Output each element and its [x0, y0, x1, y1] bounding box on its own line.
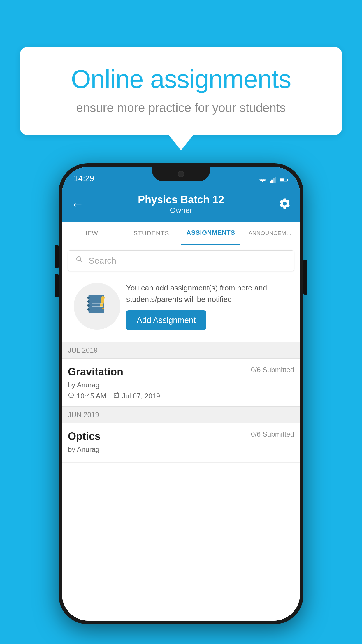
signal-icon [270, 177, 277, 183]
tab-assignments[interactable]: ASSIGNMENTS [181, 222, 240, 245]
svg-rect-4 [275, 177, 276, 183]
assignment-item-optics[interactable]: Optics 0/6 Submitted by Anurag [62, 423, 300, 463]
assignment-status-optics: 0/6 Submitted [251, 430, 294, 438]
app-header: ← Physics Batch 12 Owner [62, 187, 300, 222]
speech-bubble: Online assignments ensure more practice … [20, 47, 342, 135]
phone-screen: 14:29 [62, 167, 300, 621]
wifi-icon [259, 177, 267, 183]
svg-point-9 [87, 297, 90, 299]
tab-bar: IEW STUDENTS ASSIGNMENTS ANNOUNCEM… [62, 222, 300, 245]
promo-card: You can add assignment(s) from here and … [68, 276, 294, 336]
speech-bubble-title: Online assignments [43, 64, 319, 94]
assignment-title: Gravitation [68, 366, 123, 378]
assignment-date: Jul 07, 2019 [113, 392, 160, 400]
speech-bubble-subtitle: ensure more practice for your students [43, 101, 319, 115]
promo-description: You can add assignment(s) from here and … [126, 282, 288, 305]
clock-icon [68, 392, 74, 400]
calendar-icon [113, 392, 120, 400]
header-subtitle: Owner [138, 206, 224, 215]
back-button[interactable]: ← [71, 196, 84, 212]
assignment-header-optics: Optics 0/6 Submitted [68, 430, 294, 442]
assignment-title-optics: Optics [68, 430, 101, 442]
search-placeholder: Search [89, 256, 116, 266]
volume-down-button [55, 274, 59, 298]
header-title-area: Physics Batch 12 Owner [138, 194, 224, 215]
assignment-meta: by Anurag [68, 381, 294, 389]
svg-rect-2 [271, 180, 273, 183]
tab-announcements[interactable]: ANNOUNCEM… [240, 222, 300, 245]
svg-point-10 [87, 300, 90, 303]
svg-point-11 [87, 304, 90, 307]
assignment-meta-optics: by Anurag [68, 445, 294, 454]
volume-up-button [55, 245, 59, 268]
speech-bubble-container: Online assignments ensure more practice … [20, 47, 342, 135]
phone-notch [152, 167, 210, 181]
svg-rect-1 [270, 181, 271, 183]
add-assignment-button[interactable]: Add Assignment [126, 310, 206, 330]
section-divider-jun-2019: JUN 2019 [62, 406, 300, 423]
phone-frame: 14:29 [59, 163, 303, 624]
assignment-item-gravitation[interactable]: Gravitation 0/6 Submitted by Anurag 10:4… [62, 359, 300, 406]
search-icon [75, 255, 84, 266]
header-title: Physics Batch 12 [138, 194, 224, 206]
settings-icon[interactable] [278, 197, 291, 211]
status-icons [259, 177, 288, 183]
promo-icon-circle [74, 283, 120, 330]
front-camera [178, 171, 184, 177]
assignment-time: 10:45 AM [68, 392, 106, 400]
svg-rect-6 [287, 179, 288, 181]
assignment-status: 0/6 Submitted [251, 366, 294, 374]
main-content: Search [62, 245, 300, 621]
svg-rect-7 [280, 178, 284, 181]
status-time: 14:29 [74, 174, 94, 183]
assignment-details: 10:45 AM Jul 07, 2019 [68, 392, 294, 400]
tab-iew[interactable]: IEW [62, 222, 122, 245]
assignment-header: Gravitation 0/6 Submitted [68, 366, 294, 378]
power-button [303, 260, 307, 295]
svg-rect-3 [273, 178, 275, 183]
search-bar[interactable]: Search [68, 250, 294, 271]
tab-students[interactable]: STUDENTS [122, 222, 181, 245]
promo-text-area: You can add assignment(s) from here and … [126, 282, 288, 330]
battery-icon [280, 177, 288, 183]
svg-point-12 [87, 308, 90, 311]
notebook-icon [85, 292, 109, 320]
section-divider-jul-2019: JUL 2019 [62, 342, 300, 359]
